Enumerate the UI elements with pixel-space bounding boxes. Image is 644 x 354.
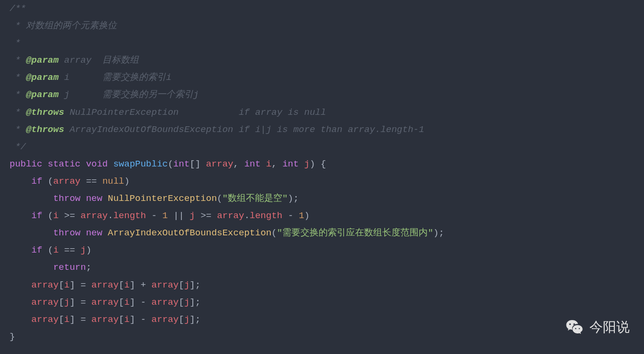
- param2-name: i: [64, 72, 69, 83]
- code-block: /** * 对数组的两个元素换位 * * @param array 目标数组 *…: [0, 0, 644, 345]
- kw-void: void: [86, 159, 108, 169]
- comment-close: */: [10, 142, 26, 152]
- param-tag: @param: [26, 89, 58, 100]
- param1-name: array: [64, 55, 91, 66]
- method-name: swapPublic: [113, 159, 168, 169]
- comment-desc: 对数组的两个元素换位: [26, 21, 117, 31]
- param3-desc: 需要交换的另一个索引j: [102, 89, 199, 100]
- comment-open: /**: [10, 3, 26, 14]
- throws-tag: @throws: [26, 107, 64, 118]
- param-tag: @param: [26, 55, 58, 66]
- param2-desc: 需要交换的索引i: [102, 72, 171, 83]
- param-tag: @param: [26, 72, 58, 83]
- throws2-type: ArrayIndexOutOfBoundsException: [69, 124, 233, 135]
- throws1-desc: if array is null: [239, 107, 326, 118]
- param3-name: j: [64, 89, 69, 100]
- wechat-icon: [565, 317, 585, 337]
- string-aioobe: "需要交换的索引应在数组长度范围内": [277, 228, 433, 238]
- kw-public: public: [10, 159, 42, 169]
- exception-npe: NullPointerException: [108, 193, 217, 204]
- throws1-type: NullPointerException: [69, 107, 178, 118]
- string-npe: "数组不能是空": [222, 193, 288, 204]
- exception-aioobe: ArrayIndexOutOfBoundsException: [108, 228, 271, 238]
- watermark: 今阳说: [565, 314, 630, 340]
- kw-static: static: [48, 159, 80, 169]
- throws2-desc: if i|j is more than array.length-1: [239, 124, 424, 135]
- watermark-text: 今阳说: [589, 314, 630, 340]
- param1-desc: 目标数组: [102, 55, 139, 66]
- throws-tag: @throws: [26, 124, 64, 135]
